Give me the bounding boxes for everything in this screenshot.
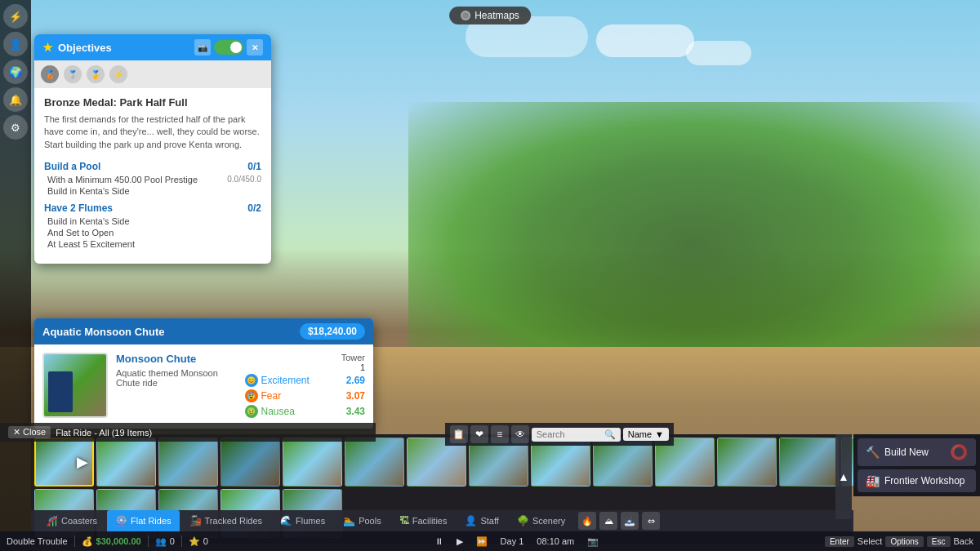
scroll-up-arrow[interactable]: ▲ — [835, 434, 852, 519]
stat-fear: 😰 Fear 3.07 — [245, 389, 366, 402]
ride-name-link[interactable]: Monsoon Chute — [116, 353, 237, 365]
obj-tab-4[interactable]: ⚡ — [109, 65, 127, 83]
excitement-icon: 😊 — [245, 374, 258, 387]
extra-icon-4[interactable]: ⇔ — [642, 512, 660, 530]
medal-description: The first demands for the restricted hal… — [44, 113, 261, 151]
ride-info-header: Aquatic Monsoon Chute $18,240.00 — [34, 318, 373, 344]
subtask-flumes-kenta: Build in Kenta's Side — [44, 216, 261, 226]
sidebar-icon-4[interactable]: 🔔 — [3, 87, 28, 112]
tab-tracked-rides[interactable]: 🚂 Tracked Rides — [181, 510, 271, 531]
task-build-pool-header: Build a Pool 0/1 — [44, 161, 261, 172]
day-display: Day 1 — [501, 536, 524, 546]
obj-tab-3[interactable]: 🥇 — [87, 65, 105, 83]
camera-icon[interactable]: 📷 — [587, 536, 599, 547]
status-bar: Double Trouble 💰 $30,000.00 👥 0 ⭐ 0 ⏸ ▶ … — [0, 531, 980, 551]
objectives-title: Objectives — [58, 42, 112, 54]
objectives-star-icon: ★ — [42, 41, 53, 54]
excitement-label: Excitement — [261, 375, 310, 386]
tab-flat-rides-label: Flat Rides — [131, 516, 172, 526]
sort-dropdown[interactable]: Name ▼ — [623, 428, 669, 441]
coasters-icon: 🎢 — [46, 515, 58, 527]
rating-display: ⭐ 0 — [189, 536, 208, 547]
ride-stats: Tower 1 😊 Excitement 2.69 😰 Fear 3.07 🤢 — [245, 353, 366, 420]
left-sidebar: ⚡ 👤 🌍 🔔 ⚙ — [0, 0, 31, 551]
tab-coasters[interactable]: 🎢 Coasters — [38, 510, 105, 531]
build-new-button[interactable]: 🔨 Build New ⭕ — [858, 438, 976, 466]
thumb-item-3[interactable] — [158, 438, 218, 487]
filter-btn-3[interactable]: ≡ — [491, 425, 509, 443]
chevron-down-icon: ▼ — [655, 429, 664, 439]
filter-btn-1[interactable]: 📋 — [450, 425, 468, 443]
objectives-close-btn[interactable]: ✕ — [247, 39, 263, 56]
close-bar: ✕ Close Flat Ride - All (19 Items) — [0, 423, 376, 442]
frontier-workshop-icon: 🏭 — [866, 474, 880, 487]
tab-facilities[interactable]: 🏗 Facilities — [391, 510, 456, 531]
obj-tab-2[interactable]: 🥈 — [64, 65, 82, 83]
extra-icon-1[interactable]: 🔥 — [578, 512, 596, 530]
ride-thumbnail-graphic — [48, 371, 73, 412]
frontier-workshop-button[interactable]: 🏭 Frontier Workshop — [858, 469, 976, 492]
money-display: 💰 $30,000.00 — [82, 536, 141, 547]
divider-3 — [181, 535, 182, 547]
task-flumes-progress: 0/2 — [247, 202, 261, 214]
objectives-controls: 📷 ✕ — [194, 39, 263, 56]
objectives-header: ★ Objectives 📷 ✕ — [34, 34, 271, 60]
search-input[interactable] — [537, 429, 602, 439]
thumb-item-6[interactable] — [345, 438, 404, 487]
ride-type: Tower — [245, 353, 366, 362]
build-new-icon: 🔨 — [866, 446, 880, 459]
thumb-item-12[interactable] — [717, 438, 777, 487]
build-new-label: Build New — [884, 447, 929, 458]
play-icon[interactable]: ▶ — [457, 536, 463, 547]
ride-thumbnail — [42, 353, 108, 418]
fast-forward-icon[interactable]: ⏩ — [476, 536, 488, 547]
facilities-icon: 🏗 — [399, 515, 409, 527]
close-button[interactable]: ✕ Close — [8, 426, 51, 438]
tab-staff-label: Staff — [480, 516, 498, 526]
filter-btn-4[interactable]: 👁 — [511, 425, 529, 443]
search-container: 🔍 — [532, 428, 621, 442]
flat-rides-icon: 🎡 — [115, 515, 127, 527]
thumb-item-1[interactable]: ▶ — [34, 438, 94, 487]
pause-icon[interactable]: ⏸ — [434, 536, 443, 546]
fear-label: Fear — [261, 390, 282, 402]
extra-icon-2[interactable]: ⛰ — [599, 512, 617, 530]
sidebar-icon-3[interactable]: 🌍 — [3, 60, 28, 84]
thumb-item-4[interactable] — [220, 438, 280, 487]
task-build-pool: Build a Pool 0/1 With a Minimum 450.00 P… — [44, 161, 261, 196]
tab-flumes[interactable]: 🌊 Flumes — [272, 510, 333, 531]
thumb-item-2[interactable] — [96, 438, 156, 487]
game-name: Double Trouble — [7, 536, 68, 546]
obj-tab-1[interactable]: 🥉 — [41, 65, 59, 83]
tab-pools[interactable]: 🏊 Pools — [335, 510, 390, 531]
tab-flumes-label: Flumes — [296, 516, 325, 526]
filter-btn-2[interactable]: ❤ — [470, 425, 488, 443]
tab-scenery[interactable]: 🌳 Scenery — [509, 510, 573, 531]
task-flumes: Have 2 Flumes 0/2 Build in Kenta's Side … — [44, 202, 261, 249]
extra-icon-3[interactable]: 🗻 — [621, 512, 639, 530]
objectives-toggle[interactable] — [214, 40, 243, 55]
thumb-item-13[interactable] — [779, 438, 839, 487]
tab-flat-rides[interactable]: 🎡 Flat Rides — [107, 510, 180, 531]
rating-icon: ⭐ — [189, 536, 200, 547]
subtask-flumes-excitement: At Least 5 Excitement — [44, 239, 261, 249]
objectives-camera-btn[interactable]: 📷 — [194, 39, 211, 56]
tab-facilities-label: Facilities — [412, 516, 448, 526]
stat-nausea: 🤢 Nausea 3.43 — [245, 405, 366, 418]
guests-display: 👥 0 — [155, 536, 175, 547]
status-right: Enter Select Options Esc Back — [825, 536, 973, 547]
divider-2 — [148, 535, 149, 547]
tab-staff[interactable]: 👤 Staff — [457, 510, 506, 531]
sidebar-icon-1[interactable]: ⚡ — [3, 4, 28, 29]
tab-scenery-label: Scenery — [532, 516, 565, 526]
build-panel: 🔨 Build New ⭕ 🏭 Frontier Workshop — [853, 434, 980, 496]
objectives-content: Bronze Medal: Park Half Full The first d… — [34, 88, 271, 264]
flumes-icon: 🌊 — [280, 515, 292, 527]
sidebar-icon-2[interactable]: 👤 — [3, 32, 28, 56]
ride-price: $18,240.00 — [300, 323, 365, 340]
fear-icon: 😰 — [245, 389, 258, 402]
heatmaps-button[interactable]: Heatmaps — [449, 7, 531, 24]
thumb-item-5[interactable] — [283, 438, 342, 487]
sidebar-icon-5[interactable]: ⚙ — [3, 115, 28, 140]
fear-value: 3.07 — [346, 390, 365, 402]
